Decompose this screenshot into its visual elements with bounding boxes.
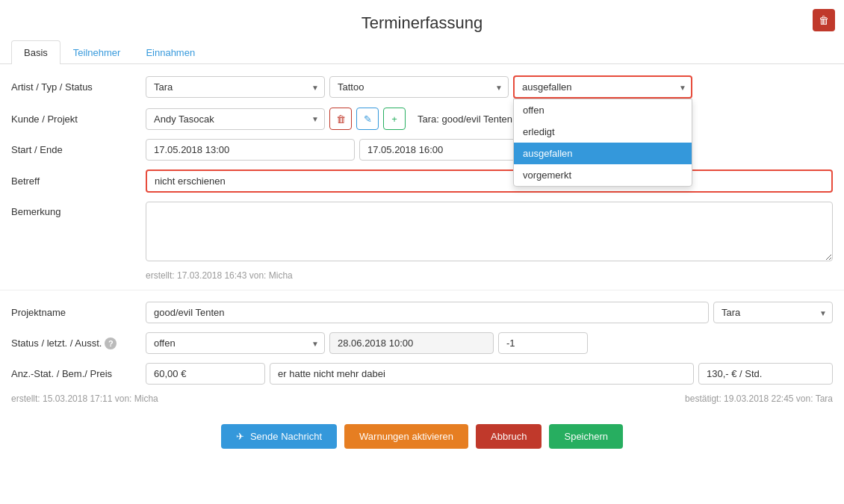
tab-einnahmen[interactable]: Einnahmen	[133, 40, 208, 64]
edit-icon: ✎	[364, 113, 372, 125]
abbruch-button[interactable]: Abbruch	[476, 424, 542, 449]
status-select-wrapper: ausgefallen ▼	[513, 75, 692, 99]
anz-stat-label: Anz.-Stat. / Bem./ Preis	[11, 368, 146, 379]
erstellt-info: erstellt: 17.03.2018 16:43 von: Micha	[146, 270, 833, 281]
bemerkung-textarea[interactable]	[146, 202, 833, 261]
status-select[interactable]: ausgefallen	[513, 75, 692, 99]
projektname-artist-wrapper: Tara ▼	[713, 302, 833, 323]
anz-stat-controls	[146, 363, 833, 385]
betreff-row: Betreff	[11, 169, 833, 193]
status-letzt-label: Status / letzt. / Ausst. ?	[11, 337, 146, 349]
type-select-wrapper: Tattoo ▼	[329, 76, 509, 98]
start-label: Start / Ende	[11, 144, 146, 155]
projektname-controls: Tara ▼	[146, 302, 833, 323]
kunde-edit-button[interactable]: ✎	[356, 108, 379, 130]
tab-basis[interactable]: Basis	[11, 40, 60, 64]
page-title: Terminerfassung	[362, 13, 483, 32]
artist-controls: Tara ▼ Tattoo ▼ ausgefallen ▼	[146, 75, 833, 99]
kunde-row: Kunde / Projekt Andy Tasocak ▼ 🗑 ✎ + Tar…	[11, 108, 833, 130]
footer-buttons: ✈ Sende Nachricht Warnungen aktivieren A…	[0, 413, 844, 460]
kunde-select[interactable]: Andy Tasocak	[146, 108, 325, 130]
kunde-controls: Andy Tasocak ▼ 🗑 ✎ + Tara: good/evil Ten…	[146, 108, 833, 130]
betreff-label: Betreff	[11, 175, 146, 187]
bemerkung-controls	[146, 202, 833, 261]
start-row: Start / Ende	[11, 139, 833, 161]
status-letzt-controls: offen ▼	[146, 332, 833, 354]
erstellt2-text: erstellt: 15.03.2018 17:11 von: Micha	[11, 393, 158, 404]
trash-icon: 🗑	[819, 14, 829, 26]
status-letzt-date-input	[329, 332, 494, 354]
kunde-delete-button[interactable]: 🗑	[329, 108, 352, 130]
anz-preis-input[interactable]	[698, 363, 833, 385]
status-letzt-select[interactable]: offen	[146, 332, 325, 354]
kunde-label: Kunde / Projekt	[11, 113, 146, 125]
status-dropdown-container: ausgefallen ▼ offen erledigt ausgefallen	[513, 75, 692, 99]
bestaetigt-text: bestätigt: 19.03.2018 22:45 von: Tara	[685, 393, 833, 404]
delete-top-button[interactable]: 🗑	[813, 9, 835, 31]
sende-nachricht-button[interactable]: ✈ Sende Nachricht	[221, 424, 337, 449]
send-icon: ✈	[236, 431, 244, 442]
projekt-text: Tara: good/evil Tenten	[410, 109, 520, 129]
speichern-button[interactable]: Speichern	[549, 424, 623, 449]
artist-label: Artist / Typ / Status	[11, 81, 146, 93]
basis-content: Artist / Typ / Status Tara ▼ Tattoo ▼ au…	[0, 75, 844, 281]
status-option-vorgemerkt[interactable]: vorgemerkt	[514, 164, 692, 186]
artist-select-wrapper: Tara ▼	[146, 76, 325, 98]
status-letzt-num-input[interactable]	[498, 332, 588, 354]
bestätigt-info-row: erstellt: 15.03.2018 17:11 von: Micha be…	[11, 393, 833, 404]
betreff-controls	[146, 169, 833, 193]
betreff-input[interactable]	[146, 169, 833, 193]
kunde-select-wrapper: Andy Tasocak ▼	[146, 108, 325, 130]
help-icon: ?	[105, 337, 117, 349]
tab-bar: Basis Teilnehmer Einnahmen	[0, 40, 844, 64]
bemerkung-label: Bemerkung	[11, 202, 146, 217]
anz-stat-row: Anz.-Stat. / Bem./ Preis	[11, 363, 833, 385]
status-option-erledigt[interactable]: erledigt	[514, 121, 692, 143]
projektname-input[interactable]	[146, 302, 709, 323]
status-letzt-row: Status / letzt. / Ausst. ? offen ▼	[11, 332, 833, 354]
projektname-label: Projektname	[11, 307, 146, 318]
status-letzt-select-wrapper: offen ▼	[146, 332, 325, 354]
artist-select[interactable]: Tara	[146, 76, 325, 98]
type-select[interactable]: Tattoo	[329, 76, 509, 98]
projektname-artist-select[interactable]: Tara	[713, 302, 833, 323]
status-dropdown: offen erledigt ausgefallen vorgemerkt	[513, 99, 692, 187]
artist-row: Artist / Typ / Status Tara ▼ Tattoo ▼ au…	[11, 75, 833, 99]
bemerkung-row: Bemerkung	[11, 202, 833, 261]
projektname-row: Projektname Tara ▼	[11, 302, 833, 323]
tab-teilnehmer[interactable]: Teilnehmer	[60, 40, 134, 64]
status-option-ausgefallen[interactable]: ausgefallen	[514, 143, 692, 164]
status-option-offen[interactable]: offen	[514, 99, 692, 121]
projekt-section: Projektname Tara ▼ Status / letzt. / Aus…	[0, 302, 844, 404]
add-icon: +	[391, 113, 397, 125]
anz-stat-input[interactable]	[146, 363, 265, 385]
start-controls	[146, 139, 833, 161]
start-input[interactable]	[146, 139, 355, 161]
warnungen-button[interactable]: Warnungen aktivieren	[344, 424, 468, 449]
delete-icon: 🗑	[336, 113, 346, 125]
kunde-add-button[interactable]: +	[383, 108, 406, 130]
anz-bem-input[interactable]	[270, 363, 694, 385]
